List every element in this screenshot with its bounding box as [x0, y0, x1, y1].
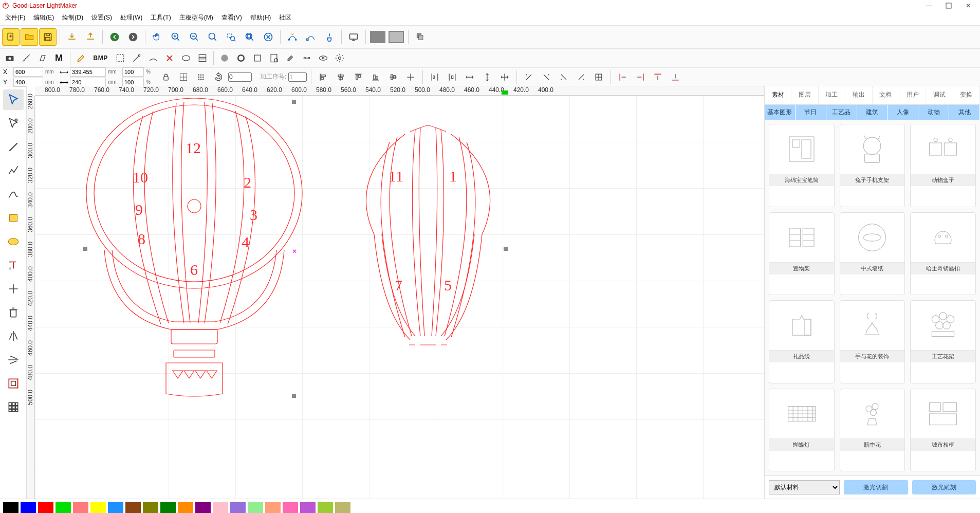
template-item[interactable]: 中式墙纸 — [840, 212, 905, 296]
canvas[interactable]: ✕ — [35, 96, 764, 499]
cat-holiday[interactable]: 节日 — [796, 105, 826, 120]
color-swatch[interactable] — [248, 502, 263, 513]
select-tool[interactable] — [3, 89, 24, 110]
color-swatch[interactable] — [265, 502, 281, 513]
color-swatch[interactable] — [178, 502, 193, 513]
menu-board[interactable]: 主板型号(M) — [178, 12, 214, 23]
curve-tool[interactable] — [3, 184, 24, 205]
zoom-fit-button[interactable] — [204, 28, 221, 46]
snap-bottom-button[interactable] — [668, 69, 683, 85]
node-edit-button[interactable] — [129, 50, 144, 66]
scale-y-input[interactable] — [122, 78, 144, 87]
pen-button[interactable] — [73, 50, 89, 66]
menu-file[interactable]: 文件(F) — [4, 12, 26, 23]
rect-tool[interactable] — [3, 208, 24, 228]
ellipse-tool[interactable] — [3, 231, 24, 252]
template-item[interactable]: 瓶中花 — [840, 389, 905, 472]
dist-both-button[interactable] — [497, 69, 512, 85]
menu-draw[interactable]: 绘制(D) — [61, 12, 84, 23]
text-m-button[interactable]: M — [51, 50, 67, 66]
align-left-button[interactable] — [316, 69, 331, 85]
fill-circle-button[interactable] — [217, 50, 232, 66]
camera-button[interactable] — [2, 50, 17, 66]
save-file-button[interactable] — [39, 28, 57, 46]
delete-tool[interactable] — [3, 302, 24, 323]
cat-other[interactable]: 其他 — [949, 105, 980, 120]
node-tool[interactable] — [3, 113, 24, 134]
y-input[interactable] — [13, 78, 43, 87]
template-item[interactable]: 手与花的装饰 — [840, 300, 905, 383]
point-tool[interactable] — [3, 279, 24, 299]
settings-gear-button[interactable] — [332, 50, 347, 66]
distribute-button[interactable] — [299, 50, 315, 66]
menu-tools[interactable]: 工具(T) — [150, 12, 172, 23]
template-item[interactable]: 礼品袋 — [769, 300, 835, 383]
color-swatch[interactable] — [3, 502, 19, 513]
tab-layer[interactable]: 图层 — [791, 86, 818, 104]
color-swatch[interactable] — [195, 502, 211, 513]
window-minimize-button[interactable]: — — [919, 0, 939, 11]
color-swatch[interactable] — [230, 502, 246, 513]
template-item[interactable]: 海绵宝宝笔筒 — [769, 124, 835, 207]
cat-animal[interactable]: 动物 — [918, 105, 949, 120]
import-button[interactable] — [63, 28, 81, 46]
polyline-tool[interactable] — [3, 160, 24, 181]
zoom-out-button[interactable] — [186, 28, 203, 46]
x-input[interactable] — [13, 67, 43, 77]
color-swatch[interactable] — [160, 502, 176, 513]
window-maximize-button[interactable] — [939, 0, 958, 11]
tab-user[interactable]: 用户 — [899, 86, 926, 104]
menu-edit[interactable]: 编辑(E) — [32, 12, 55, 23]
menu-settings[interactable]: 设置(S) — [90, 12, 113, 23]
rotate-button[interactable] — [211, 69, 226, 85]
laser-cut-button[interactable]: 激光切割 — [844, 480, 908, 494]
table-button[interactable] — [195, 50, 210, 66]
template-item[interactable]: 置物架 — [769, 212, 835, 296]
color-swatch[interactable] — [125, 502, 141, 513]
snap-button[interactable] — [321, 28, 338, 46]
preview-button[interactable] — [316, 50, 331, 66]
grid-dots-button[interactable] — [193, 69, 209, 85]
erase-button[interactable] — [283, 50, 298, 66]
measure-button[interactable] — [19, 50, 34, 66]
tab-material[interactable]: 素材 — [765, 86, 791, 104]
template-item[interactable]: 哈士奇钥匙扣 — [910, 212, 976, 296]
corner-bl-button[interactable] — [556, 69, 571, 85]
snap-left-button[interactable] — [615, 69, 631, 85]
zoom-in-button[interactable] — [167, 28, 184, 46]
color-swatch[interactable] — [56, 502, 71, 513]
line-tool[interactable] — [3, 137, 24, 157]
template-item[interactable]: 兔子手机支架 — [840, 124, 905, 207]
laser-engrave-button[interactable]: 激光雕刻 — [912, 480, 976, 494]
corner-tr-button[interactable] — [539, 69, 554, 85]
mirror-v-tool[interactable] — [3, 350, 24, 370]
cat-people[interactable]: 人像 — [887, 105, 918, 120]
snap-top-button[interactable] — [650, 69, 665, 85]
color-swatch[interactable] — [38, 502, 53, 513]
align-center-button[interactable] — [403, 69, 418, 85]
new-file-button[interactable] — [2, 28, 20, 46]
cat-basic[interactable]: 基本图形 — [765, 105, 796, 120]
color-swatch[interactable] — [300, 502, 316, 513]
tab-transform[interactable]: 变换 — [953, 86, 980, 104]
redo-button[interactable] — [124, 28, 142, 46]
dist-left-button[interactable] — [427, 69, 442, 85]
undo-button[interactable] — [106, 28, 123, 46]
template-item[interactable]: 城市相框 — [910, 389, 976, 472]
color-swatch[interactable] — [335, 502, 350, 513]
color-swatch[interactable] — [213, 502, 228, 513]
pan-button[interactable] — [149, 28, 166, 46]
align-vcenter-button[interactable] — [385, 69, 401, 85]
menu-process[interactable]: 处理(W) — [119, 12, 143, 23]
opacity-1-button[interactable] — [369, 28, 386, 46]
dist-vspace-button[interactable] — [479, 69, 495, 85]
color-swatch[interactable] — [21, 502, 36, 513]
template-item[interactable]: 动物盒子 — [910, 124, 976, 207]
menu-help[interactable]: 帮助(H) — [249, 12, 272, 23]
color-swatch[interactable] — [90, 502, 106, 513]
arc-button[interactable] — [145, 50, 161, 66]
text-tool[interactable] — [3, 255, 24, 276]
group-tool[interactable] — [3, 373, 24, 394]
tab-debug[interactable]: 调试 — [926, 86, 953, 104]
tab-output[interactable]: 输出 — [845, 86, 872, 104]
